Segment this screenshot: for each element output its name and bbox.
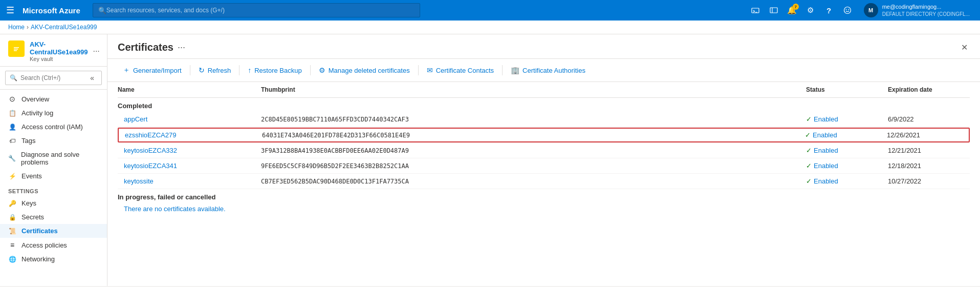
table-header: Name Thumbprint Status Expiration date <box>118 82 970 98</box>
secrets-icon: 🔒 <box>8 214 16 221</box>
cert-status-keytosio332: ✓ Enabled <box>806 147 888 154</box>
cert-thumbprint-keytosio341: 9FE6ED5C5CF849D96B5D2F2EE3463B2B8252C1AA <box>261 162 806 170</box>
settings-button[interactable]: ⚙ <box>802 2 819 18</box>
manage-deleted-button[interactable]: ⚙ Manage deleted certificates <box>314 64 415 77</box>
certificate-authorities-icon: 🏢 <box>511 66 519 74</box>
sidebar-item-overview[interactable]: ⊙ Overview <box>0 92 107 106</box>
access-control-icon: 👤 <box>8 124 16 131</box>
sidebar-item-label: Events <box>21 172 42 180</box>
toolbar: ＋ Generate/Import ↻ Refresh ↑ Restore Ba… <box>107 59 980 82</box>
cert-thumbprint-keytossite: CB7EF3ED562B5DAC90D468DE0D0C13F1FA7735CA <box>261 178 806 185</box>
status-check-icon: ✓ <box>806 162 812 170</box>
table-row: appCert 2C8D45E80519BBC7110A65FFD3CDD744… <box>118 112 970 127</box>
sidebar-item-networking[interactable]: 🌐 Networking <box>0 252 107 266</box>
user-name: me@codingflamingog... <box>882 3 970 10</box>
sidebar-item-label: Diagnose and solve problems <box>21 151 99 166</box>
cert-name-keytosio332[interactable]: keytosioEZCA332 <box>118 147 261 154</box>
svg-rect-2 <box>770 8 777 13</box>
certificate-contacts-icon: ✉ <box>427 66 433 74</box>
refresh-icon: ↻ <box>199 66 205 74</box>
resource-type-label: Key vault <box>30 56 88 62</box>
sidebar-search-input[interactable] <box>20 74 84 81</box>
sidebar-item-certificates[interactable]: 📜 Certificates <box>0 224 107 238</box>
table-row: keytosioEZCA341 9FE6ED5C5CF849D96B5D2F2E… <box>118 158 970 174</box>
svg-rect-10 <box>14 50 17 51</box>
keys-icon: 🔑 <box>8 200 16 207</box>
cert-name-keytossite[interactable]: keytossite <box>118 177 261 185</box>
breadcrumb-resource[interactable]: AKV-CentralUSe1ea999 <box>31 24 97 31</box>
notifications-button[interactable]: 🔔 7 <box>784 2 800 18</box>
sidebar-item-activity-log[interactable]: 📋 Activity log <box>0 106 107 120</box>
status-check-icon: ✓ <box>806 177 812 185</box>
manage-deleted-icon: ⚙ <box>319 66 325 74</box>
sidebar: AKV-CentralUSe1ea999 Key vault ··· 🔍 « ⊙… <box>0 34 107 286</box>
sidebar-item-events[interactable]: ⚡ Events <box>0 169 107 183</box>
cert-expiry-keytosio341: 12/18/2021 <box>888 162 970 170</box>
breadcrumb-home[interactable]: Home <box>8 24 25 31</box>
page-title-block: Certificates ··· <box>118 42 185 53</box>
global-search-box[interactable]: 🔍 <box>93 3 420 17</box>
refresh-button[interactable]: ↻ Refresh <box>193 64 236 77</box>
sidebar-item-access-control[interactable]: 👤 Access control (IAM) <box>0 120 107 134</box>
hamburger-menu-icon[interactable]: ☰ <box>6 5 14 16</box>
status-check-icon: ✓ <box>805 131 811 139</box>
overview-icon: ⊙ <box>8 95 16 103</box>
certificate-authorities-button[interactable]: 🏢 Certificate Authorities <box>506 64 591 77</box>
user-info: me@codingflamingog... DEFAULT DIRECTORY … <box>882 3 970 17</box>
feedback-button[interactable] <box>839 2 856 18</box>
cert-name-keytosio341[interactable]: keytosioEZCA341 <box>118 162 261 170</box>
sidebar-item-keys[interactable]: 🔑 Keys <box>0 196 107 210</box>
topbar: ☰ Microsoft Azure 🔍 🔔 7 ⚙ ? M m <box>0 0 980 20</box>
in-progress-section-label: In progress, failed or cancelled <box>118 189 970 203</box>
sidebar-item-diagnose[interactable]: 🔧 Diagnose and solve problems <box>0 148 107 169</box>
sidebar-collapse-button[interactable]: « <box>87 73 97 83</box>
cert-name-appcert[interactable]: appCert <box>118 115 261 123</box>
toolbar-separator-4 <box>418 65 419 75</box>
sidebar-item-label: Networking <box>21 255 55 263</box>
page-more-button[interactable]: ··· <box>178 42 185 53</box>
cert-expiry-keytossite: 10/27/2022 <box>888 177 970 185</box>
svg-rect-9 <box>14 49 18 50</box>
help-button[interactable]: ? <box>821 2 837 18</box>
cert-status-keytosio341: ✓ Enabled <box>806 162 888 170</box>
svg-point-6 <box>848 9 849 10</box>
no-certs-message[interactable]: There are no certificates available. <box>118 203 970 215</box>
certificate-contacts-button[interactable]: ✉ Certificate Contacts <box>422 64 499 77</box>
table-row: ezsshioEZCA279 64031E743A046E201FD78E42D… <box>118 128 970 142</box>
col-expiry-header: Expiration date <box>888 86 970 93</box>
sidebar-search-container: 🔍 « <box>0 67 107 90</box>
resource-icon <box>8 40 25 57</box>
resource-title: AKV-CentralUSe1ea999 Key vault <box>30 40 88 62</box>
avatar: M <box>864 3 878 17</box>
restore-backup-icon: ↑ <box>248 66 251 74</box>
user-account-menu[interactable]: M me@codingflamingog... DEFAULT DIRECTOR… <box>860 3 974 17</box>
search-input[interactable] <box>106 7 415 14</box>
sidebar-item-label: Access policies <box>21 241 67 249</box>
certificates-icon: 📜 <box>8 228 16 235</box>
completed-section-label: Completed <box>118 98 970 112</box>
sidebar-item-secrets[interactable]: 🔒 Secrets <box>0 210 107 224</box>
col-status-header: Status <box>806 86 888 93</box>
portal-settings-icon[interactable] <box>766 2 782 18</box>
col-thumbprint-header: Thumbprint <box>261 86 806 93</box>
sidebar-search-box[interactable]: 🔍 « <box>5 71 102 85</box>
sidebar-item-label: Secrets <box>21 213 44 221</box>
page-header: Certificates ··· ✕ <box>107 34 980 59</box>
page-close-button[interactable]: ✕ <box>959 40 970 54</box>
cloud-shell-button[interactable] <box>747 2 764 18</box>
table-row: keytosioEZCA332 3F9A312B8BA41938E0ACBBFD… <box>118 143 970 158</box>
resource-more-icon[interactable]: ··· <box>93 47 99 56</box>
settings-section-header: Settings <box>0 183 107 196</box>
generate-import-button[interactable]: ＋ Generate/Import <box>118 63 187 77</box>
cert-name-ezsshio[interactable]: ezsshioEZCA279 <box>119 131 262 139</box>
generate-import-icon: ＋ <box>123 66 130 75</box>
cert-thumbprint-appcert: 2C8D45E80519BBC7110A65FFD3CDD7440342CAF3 <box>261 116 806 123</box>
sidebar-item-access-policies[interactable]: ≡ Access policies <box>0 238 107 252</box>
restore-backup-button[interactable]: ↑ Restore Backup <box>243 64 307 77</box>
toolbar-separator-1 <box>190 65 190 75</box>
sidebar-item-tags[interactable]: 🏷 Tags <box>0 134 107 148</box>
main-layout: AKV-CentralUSe1ea999 Key vault ··· 🔍 « ⊙… <box>0 34 980 286</box>
content-area: Certificates ··· ✕ ＋ Generate/Import ↻ R… <box>107 34 980 286</box>
svg-point-5 <box>845 9 846 10</box>
status-check-icon: ✓ <box>806 115 812 123</box>
